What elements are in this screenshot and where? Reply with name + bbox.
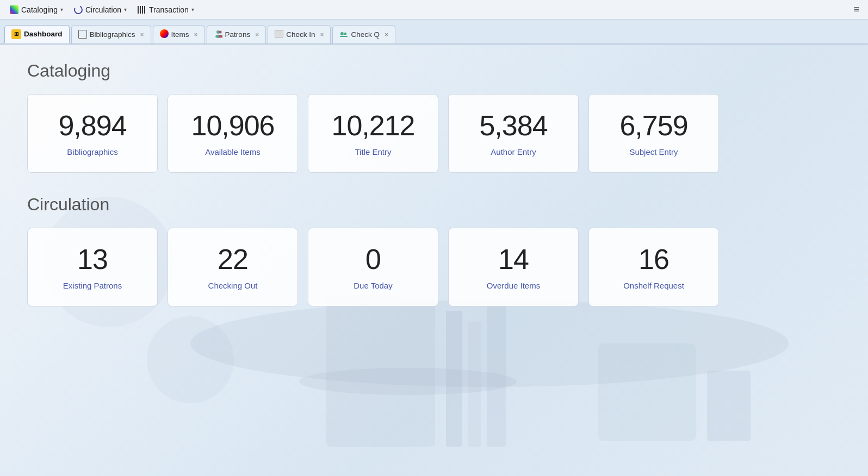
tab-patrons[interactable]: Patrons × xyxy=(207,25,266,43)
menu-bar: Cataloging ▾ Circulation ▾ Transaction ▾… xyxy=(0,0,868,20)
tab-items-close[interactable]: × xyxy=(194,31,198,39)
cataloging-arrow-icon: ▾ xyxy=(60,7,63,12)
dashboard-tab-icon: ⊞ xyxy=(11,29,21,39)
title-entry-label: Title Entry xyxy=(355,147,392,156)
tab-dashboard-label: Dashboard xyxy=(24,30,63,38)
checkq-tab-icon xyxy=(339,29,348,40)
checking-out-label: Checking Out xyxy=(208,281,258,290)
card-title-entry[interactable]: 10,212 Title Entry xyxy=(308,94,438,173)
tab-checkin-label: Check In xyxy=(286,30,315,39)
title-entry-number: 10,212 xyxy=(331,110,414,141)
onshelf-request-number: 16 xyxy=(638,244,669,275)
dashboard-icon: ⊞ xyxy=(11,29,21,39)
tab-bibliographics-close[interactable]: × xyxy=(140,31,144,39)
cataloging-menu-icon xyxy=(10,5,18,14)
biblio-icon xyxy=(78,30,87,39)
svg-point-4 xyxy=(340,32,344,35)
svg-rect-6 xyxy=(340,36,348,37)
patrons-icon xyxy=(214,29,222,38)
card-subject-entry[interactable]: 6,759 Subject Entry xyxy=(588,94,719,173)
cataloging-cards-row: 9,894 Bibliographics 10,906 Available It… xyxy=(27,94,841,173)
menu-cataloging-label: Cataloging xyxy=(21,5,58,14)
hamburger-icon: ≡ xyxy=(853,4,859,15)
items-icon xyxy=(160,29,169,38)
checking-out-number: 22 xyxy=(218,244,248,275)
card-bibliographics[interactable]: 9,894 Bibliographics xyxy=(27,94,158,173)
overdue-items-label: Overdue Items xyxy=(487,281,540,290)
transaction-arrow-icon: ▾ xyxy=(191,7,194,12)
tab-items[interactable]: Items × xyxy=(153,25,205,43)
svg-point-2 xyxy=(219,31,221,34)
due-today-label: Due Today xyxy=(354,281,392,290)
checkin-icon xyxy=(275,30,283,37)
circulation-arrow-icon: ▾ xyxy=(124,7,127,12)
circulation-section-title: Circulation xyxy=(27,195,841,215)
dashboard: Cataloging 9,894 Bibliographics 10,906 A… xyxy=(0,45,868,345)
card-author-entry[interactable]: 5,384 Author Entry xyxy=(448,94,579,173)
hamburger-button[interactable]: ≡ xyxy=(849,2,864,17)
author-entry-label: Author Entry xyxy=(491,147,536,156)
tab-bar: ⊞ Dashboard Bibliographics × Items × Pat… xyxy=(0,20,868,45)
available-items-number: 10,906 xyxy=(191,110,274,141)
tab-bibliographics[interactable]: Bibliographics × xyxy=(71,25,151,43)
tab-checkq-close[interactable]: × xyxy=(385,31,388,39)
available-items-label: Available Items xyxy=(205,147,260,156)
bibliographics-label: Bibliographics xyxy=(67,147,117,156)
author-entry-number: 5,384 xyxy=(479,110,547,141)
tab-patrons-close[interactable]: × xyxy=(255,31,259,39)
checkq-icon xyxy=(339,29,348,38)
menu-transaction[interactable]: Transaction ▾ xyxy=(132,3,200,16)
card-due-today[interactable]: 0 Due Today xyxy=(308,228,438,306)
tab-checkin-close[interactable]: × xyxy=(320,31,324,39)
overdue-items-number: 14 xyxy=(498,244,529,275)
tab-patrons-label: Patrons xyxy=(225,30,251,39)
cataloging-section-title: Cataloging xyxy=(27,61,841,81)
card-overdue-items[interactable]: 14 Overdue Items xyxy=(448,228,579,306)
main-content: Cataloging 9,894 Bibliographics 10,906 A… xyxy=(0,45,868,476)
tab-dashboard[interactable]: ⊞ Dashboard xyxy=(4,25,70,43)
card-existing-patrons[interactable]: 13 Existing Patrons xyxy=(27,228,158,306)
tab-bibliographics-label: Bibliographics xyxy=(90,30,135,39)
bibliographics-number: 9,894 xyxy=(58,110,126,141)
tab-items-label: Items xyxy=(171,30,189,39)
tab-checkq-label: Check Q xyxy=(351,30,380,39)
card-checking-out[interactable]: 22 Checking Out xyxy=(168,228,298,306)
items-tab-icon xyxy=(160,29,169,40)
card-onshelf-request[interactable]: 16 Onshelf Request xyxy=(588,228,719,306)
menu-cataloging[interactable]: Cataloging ▾ xyxy=(4,3,69,16)
transaction-menu-icon xyxy=(138,6,146,14)
menu-circulation[interactable]: Circulation ▾ xyxy=(69,3,132,16)
existing-patrons-label: Existing Patrons xyxy=(63,281,122,290)
onshelf-request-label: Onshelf Request xyxy=(623,281,684,290)
subject-entry-number: 6,759 xyxy=(619,110,687,141)
tab-checkq[interactable]: Check Q × xyxy=(332,25,395,43)
biblio-tab-icon xyxy=(78,29,87,40)
existing-patrons-number: 13 xyxy=(77,244,108,275)
circulation-cards-row: 13 Existing Patrons 22 Checking Out 0 Du… xyxy=(27,228,841,306)
tab-checkin[interactable]: Check In × xyxy=(268,25,331,43)
subject-entry-label: Subject Entry xyxy=(629,147,678,156)
checkin-tab-icon xyxy=(275,30,283,39)
due-today-number: 0 xyxy=(365,244,381,275)
circulation-menu-icon xyxy=(73,4,84,15)
patrons-tab-icon xyxy=(214,29,222,40)
card-available-items[interactable]: 10,906 Available Items xyxy=(168,94,298,173)
menu-circulation-label: Circulation xyxy=(85,5,121,14)
menu-transaction-label: Transaction xyxy=(149,5,189,14)
svg-point-5 xyxy=(344,32,347,35)
